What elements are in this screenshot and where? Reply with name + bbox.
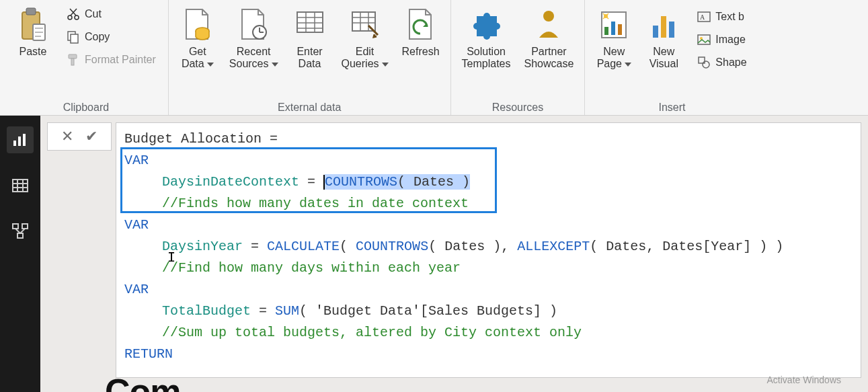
model-view-button[interactable]: [7, 218, 34, 245]
var2-fn2: COUNTROWS: [356, 239, 428, 254]
report-view-button[interactable]: [7, 126, 34, 153]
ribbon-group-resources: Solution Templates Partner Showcase Reso…: [451, 0, 586, 115]
edit-queries-label: Edit Queries: [342, 46, 389, 71]
svg-rect-33: [618, 24, 622, 35]
var1-name: DaysinDateContext: [162, 174, 299, 190]
clipboard-icon: [18, 5, 48, 43]
report-canvas: ✕ ✔ Budget Allocation = VAR DaysinDateCo…: [40, 116, 868, 392]
ribbon: Paste Cut Copy: [0, 0, 868, 116]
ribbon-group-clipboard: Paste Cut Copy: [4, 0, 169, 115]
refresh-label: Refresh: [402, 46, 440, 58]
var1-args: ( Dates ): [397, 174, 470, 190]
svg-rect-13: [71, 58, 74, 65]
svg-rect-37: [669, 22, 674, 38]
var2-args2: ( Dates ),: [428, 239, 517, 254]
table-pencil-icon: [350, 5, 381, 43]
insert-group-label: Insert: [658, 99, 685, 114]
bar-chart-icon: [647, 5, 680, 43]
paste-label: Paste: [19, 46, 47, 58]
workspace: ✕ ✔ Budget Allocation = VAR DaysinDateCo…: [0, 116, 868, 392]
image-button[interactable]: Image: [694, 31, 749, 48]
report-view-icon: [11, 131, 29, 149]
cancel-formula-button[interactable]: ✕: [61, 128, 73, 145]
solution-templates-button[interactable]: Solution Templates: [455, 3, 518, 72]
image-label: Image: [715, 34, 745, 46]
svg-rect-31: [604, 27, 608, 35]
svg-point-6: [68, 15, 72, 19]
svg-line-55: [15, 229, 20, 233]
clipboard-group-label: Clipboard: [63, 99, 109, 114]
enter-data-label: Enter Data: [297, 46, 322, 71]
get-data-button[interactable]: Get Data: [173, 3, 223, 72]
svg-rect-46: [23, 134, 26, 146]
svg-point-43: [703, 61, 709, 68]
shapes-button[interactable]: Shape: [694, 54, 749, 71]
refresh-button[interactable]: Refresh: [395, 3, 446, 59]
formula-controls: ✕ ✔: [47, 122, 112, 151]
copy-button[interactable]: Copy: [63, 28, 159, 46]
scissors-icon: [66, 7, 81, 22]
var3-name: TotalBudget: [162, 303, 251, 319]
text-box-button[interactable]: A Text b: [694, 8, 749, 26]
refresh-icon: [405, 5, 436, 43]
paste-button[interactable]: Paste: [8, 3, 58, 59]
new-visual-label: New Visual: [649, 46, 678, 71]
var2-args3: ( Dates, Dates[Year] ) ): [590, 239, 783, 254]
var2-fn1: CALCULATE: [267, 239, 340, 254]
var3-args: ( 'Budget Data'[Sales Budgets] ): [299, 303, 557, 319]
table-icon: [294, 5, 325, 43]
svg-rect-40: [698, 35, 710, 44]
text-box-icon: A: [697, 9, 711, 24]
new-visual-button[interactable]: New Visual: [639, 3, 688, 72]
formula-bar[interactable]: Budget Allocation = VAR DaysinDateContex…: [116, 122, 861, 378]
var2-comment: //Find how many days within each year: [162, 260, 461, 276]
ribbon-group-external-data: Get Data Recent Sources Enter Data Edit …: [169, 0, 451, 115]
svg-line-56: [20, 229, 25, 233]
kw-return: RETURN: [124, 346, 173, 362]
var2-paren1: (: [340, 239, 356, 254]
commit-formula-button[interactable]: ✔: [85, 128, 97, 145]
kw-var-2: VAR: [124, 217, 149, 233]
svg-rect-54: [17, 233, 23, 238]
get-data-label: Get Data: [182, 46, 214, 71]
image-icon: [697, 32, 711, 47]
svg-rect-45: [18, 136, 21, 146]
enter-data-button[interactable]: Enter Data: [285, 3, 335, 72]
person-icon: [532, 5, 565, 43]
svg-rect-52: [13, 224, 18, 229]
partner-showcase-button[interactable]: Partner Showcase: [518, 3, 581, 72]
resources-group-label: Resources: [492, 99, 543, 114]
solution-templates-label: Solution Templates: [462, 46, 511, 71]
svg-point-7: [75, 15, 79, 19]
new-page-label: New Page: [597, 46, 631, 71]
model-view-icon: [11, 223, 29, 240]
svg-text:A: A: [700, 13, 705, 21]
report-title-partial: Com: [105, 371, 181, 392]
kw-var-3: VAR: [124, 282, 149, 297]
recent-sources-button[interactable]: Recent Sources: [223, 3, 285, 72]
partner-showcase-label: Partner Showcase: [524, 46, 574, 71]
page-chart-icon: [598, 5, 630, 43]
var1-fn: COUNTROWS: [325, 174, 397, 190]
var2-name-b: aysinYear: [170, 239, 243, 254]
data-view-button[interactable]: [7, 172, 34, 199]
svg-rect-32: [611, 22, 615, 35]
svg-rect-35: [653, 26, 658, 38]
external-data-group-label: External data: [278, 99, 341, 114]
var2-eq: =: [243, 239, 267, 254]
svg-point-29: [543, 11, 554, 22]
measure-name: Budget Allocation =: [124, 131, 278, 147]
svg-rect-44: [13, 141, 16, 146]
puzzle-icon: [470, 5, 502, 43]
svg-rect-36: [661, 16, 666, 38]
svg-rect-1: [26, 8, 36, 15]
new-page-button[interactable]: New Page: [589, 3, 639, 72]
copy-icon: [66, 30, 81, 44]
shapes-label: Shape: [715, 56, 746, 69]
var2-fn3: ALLEXCEPT: [517, 239, 590, 254]
format-painter-button[interactable]: Format Painter: [63, 51, 159, 69]
edit-queries-button[interactable]: Edit Queries: [335, 3, 395, 72]
svg-rect-11: [71, 34, 78, 43]
cut-button[interactable]: Cut: [63, 5, 159, 23]
view-sidebar: [0, 116, 40, 392]
